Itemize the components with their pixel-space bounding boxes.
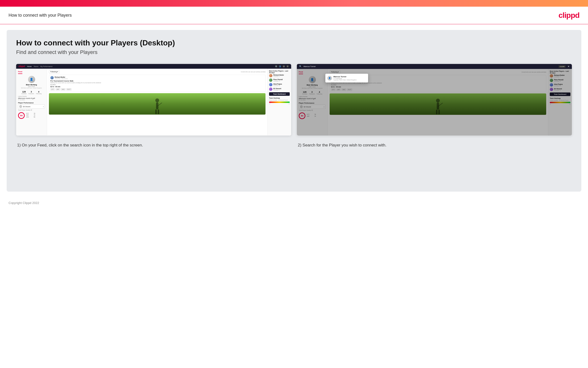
svg-rect-4 [158, 109, 159, 114]
bar-ott: OTT 79 [26, 113, 35, 114]
search-magnifier-icon: 🔍 [299, 65, 302, 67]
settings-icon-1[interactable]: ⚙ [283, 65, 285, 67]
mini-profile-1: 👤 Blair McHarg Golf Coach Mill Ride Golf… [18, 76, 45, 89]
player-info-2: Piers Parnell Activities: 4 [273, 79, 283, 82]
player-info-3: Hiral Pujara Activities: 3 [273, 83, 282, 86]
team-dashboard-btn-1[interactable]: Team Dashboard [269, 92, 290, 96]
player-info-1: Richard Butler Activities: 7 [273, 74, 284, 77]
main-heading: How to connect with your Players (Deskto… [16, 38, 572, 47]
quality-label-1: Total Player Quality 🛈 [18, 109, 45, 111]
mini-nav-home[interactable]: Home [27, 66, 32, 67]
activity-user-name-1: Richard Butler [55, 76, 68, 78]
activity-user-info-1: Richard Butler Yesterday · The Grove [55, 76, 68, 79]
golf-image-1 [49, 93, 265, 115]
player-avatar-4 [269, 87, 272, 91]
user-icon-1[interactable]: 👤 [279, 65, 281, 67]
mini-logo-1: clippd [18, 65, 25, 67]
activity-user-row-1: Richard Butler Yesterday · The Grove [50, 76, 264, 79]
page-header: How to connect with your Players clippd [0, 7, 588, 24]
profile-stats-1: 129 Activities 3 Followers 4 Following [18, 91, 45, 94]
player-info-4: Eli Vincent Activities: 1 [273, 88, 281, 91]
following-btn-1[interactable]: Following ▾ [49, 70, 60, 74]
profile-club-1: Mill Ride Golf Club, United Kingdom [21, 87, 42, 89]
activity-date-1: 27 Jul 2022 [18, 99, 45, 101]
heatmap-title-1: Team Heatmap [269, 97, 290, 99]
mini-middle-panel-1: Following ▾ Control who can see your act… [47, 69, 267, 135]
profile-avatar-1: 👤 [28, 76, 35, 83]
screenshot-2: 🔍 Marcus Turner CLEAR ✕ 👤 Marcus Turn [297, 64, 572, 136]
result-location: Cypress Point Club, United Kingdom [333, 79, 356, 81]
mini-nav-performance[interactable]: My Performance [40, 66, 53, 67]
screenshots-grid: clippd Home Teams My Performance 🔍 👤 ⚙ ● [16, 64, 572, 136]
close-button-2[interactable]: ✕ [568, 65, 570, 68]
following-row-1: Following ▾ Control who can see your act… [49, 70, 265, 74]
main-content: How to connect with your Players (Deskto… [7, 30, 581, 192]
player-item-4: Eli Vincent Activities: 1 [269, 87, 290, 91]
duration-val-1: 02 hr : 00 min [50, 86, 264, 87]
result-info: Marcus Turner 1-5 Handicap Cypress Point… [333, 76, 356, 81]
step-2-text: 2) Search for the Player you wish to con… [297, 142, 572, 148]
tag-ott: OTT [50, 88, 55, 91]
player-select-1[interactable]: Eli Vincent ▾ [18, 104, 45, 109]
player-avatar-3 [269, 83, 272, 86]
activity-tags-1: OTT APP ARG PUTT [50, 88, 264, 91]
copyright-text: Copyright Clippd 2022 [9, 201, 39, 205]
activity-card-1: Richard Butler Yesterday · The Grove Pre… [49, 75, 265, 92]
feed-tab-1[interactable]: Feed [18, 71, 22, 74]
player-item-3: Hiral Pujara Activities: 3 [269, 83, 290, 86]
avatar-icon-1[interactable]: ● [286, 65, 289, 67]
search-result-item[interactable]: 👤 Marcus Turner 1-5 Handicap Cypress Poi… [327, 76, 366, 81]
mini-search-bar-2: 🔍 Marcus Turner CLEAR ✕ [297, 64, 572, 69]
latest-activity-1: Afternoon round of golf [18, 97, 45, 99]
clear-button-2[interactable]: CLEAR [559, 65, 566, 68]
player-dot-1 [19, 105, 22, 108]
page-footer: Copyright Clippd 2022 [0, 197, 588, 209]
search-result-dropdown: 👤 Marcus Turner 1-5 Handicap Cypress Poi… [325, 74, 368, 83]
svg-rect-3 [155, 109, 157, 114]
top-bar [0, 0, 588, 7]
following-stat: 4 Following [36, 91, 42, 94]
player-item-2: Piers Parnell Activities: 4 [269, 78, 290, 82]
mini-body-bg-2: 👤 Marcus Turner 1-5 Handicap Cypress Poi… [297, 69, 572, 136]
activity-desc-1: Walking the course with my coach to buil… [50, 82, 264, 83]
player-item-1: Richard Butler Activities: 7 [269, 74, 290, 77]
svg-point-0 [155, 98, 159, 102]
tag-arg: ARG [61, 88, 66, 91]
mini-body-1: Feed 👤 Blair McHarg Golf Coach Mill Ride… [16, 69, 291, 135]
bar-app: APP 70 [26, 114, 35, 116]
mini-app-1: clippd Home Teams My Performance 🔍 👤 ⚙ ● [16, 64, 291, 135]
mini-left-panel-1: Feed 👤 Blair McHarg Golf Coach Mill Ride… [16, 69, 47, 135]
mini-nav-teams[interactable]: Teams [34, 66, 38, 67]
player-select-name-1: Eli Vincent [23, 106, 42, 107]
bar-arg: ARG 69 [26, 116, 35, 118]
result-avatar: 👤 [327, 76, 332, 81]
page-title: How to connect with your Players [9, 13, 72, 18]
control-link-1[interactable]: Control who can see your activity and da… [241, 71, 265, 73]
result-name: Marcus Turner [333, 76, 356, 78]
tag-app: APP [56, 88, 60, 91]
activity-title-1: Pre Tournament Course Walk [50, 80, 264, 82]
step-1-text: 1) On your Feed, click on the search ico… [16, 142, 291, 148]
profile-name-1: Blair McHarg [26, 84, 37, 86]
perf-title-1: Player Performance [18, 102, 45, 104]
search-input-2[interactable]: Marcus Turner [304, 65, 557, 67]
logo: clippd [559, 11, 579, 20]
followers-stat: 3 Followers [28, 91, 34, 94]
player-avatar-1 [269, 74, 272, 77]
activities-stat: 129 Activities [21, 91, 26, 94]
screenshot-1: clippd Home Teams My Performance 🔍 👤 ⚙ ● [16, 64, 291, 136]
heatmap-sub-1: Player Quality · 20 Round Trend [269, 99, 290, 101]
most-active-title-1: Most Active Players - Last 30 days [269, 70, 290, 74]
duration-label-1: Duration [50, 84, 264, 85]
mini-right-panel-1: Most Active Players - Last 30 days Richa… [267, 69, 291, 135]
activity-where-1: Yesterday · The Grove [55, 78, 68, 79]
player-avatar-2 [269, 78, 272, 82]
heatmap-range-1: -5 +5 [269, 103, 290, 105]
search-icon-1[interactable]: 🔍 [275, 65, 277, 67]
activity-avatar-1 [50, 76, 54, 79]
main-subheading: Find and connect with your Players [16, 49, 572, 55]
latest-label-1: Latest Activity [18, 96, 45, 97]
mini-nav-links-1: Home Teams My Performance [27, 66, 273, 67]
mini-app-2: 🔍 Marcus Turner CLEAR ✕ 👤 Marcus Turn [297, 64, 572, 136]
mini-nav-icons-1: 🔍 👤 ⚙ ● [275, 65, 289, 67]
